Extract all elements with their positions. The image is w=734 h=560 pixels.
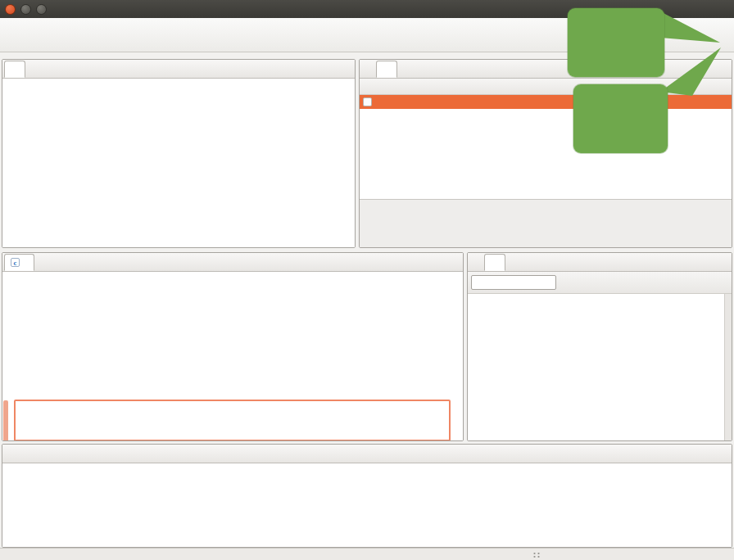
debug-view-tabbar [2,60,355,79]
function-range-highlight [14,400,451,440]
console-view [2,444,732,548]
code-editor[interactable] [2,272,463,440]
breakpoint-row[interactable] [360,95,732,109]
location-input[interactable] [471,275,556,290]
window-maximize-button[interactable] [36,4,47,15]
disassembly-toolbar-icons [584,272,730,294]
window-close-button[interactable] [5,4,16,15]
editor-view: c [2,252,464,441]
tab-modules[interactable] [412,61,424,78]
disassembly-body[interactable] [468,294,732,440]
tab-registers[interactable] [397,61,412,78]
editor-tabbar: c [2,253,463,272]
tab-disassembly[interactable] [484,254,505,271]
callout-cpp-perspective [568,8,664,77]
eclipse-window: c [0,0,734,560]
tab-outline[interactable] [469,254,484,271]
function-range-marker [3,400,8,440]
debug-view [2,59,356,248]
breakpoint-checkbox[interactable] [363,97,372,106]
c-file-icon: c [11,258,20,267]
disassembly-tabbar [468,253,732,272]
breakpoints-view-tabbar [360,60,732,79]
console-body[interactable] [2,463,732,547]
debug-tree [2,79,355,247]
tab-debug[interactable] [4,61,25,78]
window-minimize-button[interactable] [20,4,31,15]
disassembly-view [467,252,732,441]
console-tabbar [2,445,732,463]
tab-variables[interactable] [361,61,376,78]
callout-debug-perspective [573,84,668,153]
breakpoints-view [359,59,732,248]
tab-blink-c[interactable]: c [4,254,34,271]
disassembly-scrollbar[interactable] [724,294,732,440]
tab-breakpoints[interactable] [376,61,397,78]
sash-grip[interactable] [532,552,541,558]
breakpoint-details [360,199,732,247]
console-process-label [2,463,732,468]
status-bar [0,548,734,560]
breakpoints-toolbar [360,79,732,95]
